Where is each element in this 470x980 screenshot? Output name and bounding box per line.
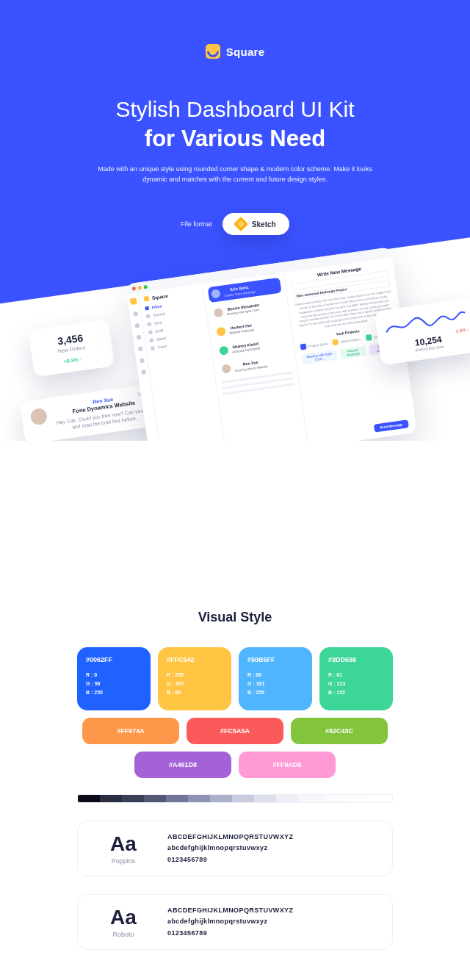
swatch-hex: #0062FF bbox=[86, 656, 142, 663]
swatch-row-small: #A461D8 #FF9AD5 bbox=[66, 752, 404, 778]
hero-subtitle: Made with an unique style using rounded … bbox=[95, 165, 375, 185]
task-chip[interactable]: Project Zeera bbox=[300, 340, 329, 350]
swatch-g: G : 98 bbox=[86, 680, 142, 688]
font-upper: ABCDEFGHIJKLMNOPQRSTUVWXYZ bbox=[167, 832, 293, 843]
task-label: What's Netw... bbox=[340, 336, 361, 343]
send-button[interactable]: Send Message bbox=[373, 419, 408, 432]
color-swatch: #A461D8 bbox=[134, 752, 231, 778]
swatch-hex: #FFC542 bbox=[167, 656, 223, 663]
font-lower: abcdefghijklmnopqrstuvwxyz bbox=[167, 916, 293, 927]
sketch-icon bbox=[234, 217, 248, 231]
tag-chip[interactable]: Meeting with Agile Conf... bbox=[302, 350, 338, 364]
color-swatch: #FF974A bbox=[82, 718, 179, 744]
logo-icon bbox=[130, 298, 137, 305]
swatch-b: B : 255 bbox=[86, 688, 142, 697]
avatar bbox=[219, 345, 229, 356]
dashboard-window: Square Inbox Starred Sent Draft Spam Tra… bbox=[126, 247, 417, 441]
hero-title: Stylish Dashboard UI Kit for Various Nee… bbox=[29, 96, 441, 153]
sketch-pill[interactable]: Sketch bbox=[223, 213, 289, 235]
sketch-label: Sketch bbox=[252, 220, 276, 228]
swatch-b: B : 66 bbox=[167, 688, 223, 697]
logo-icon bbox=[206, 44, 220, 59]
avatar bbox=[211, 289, 221, 299]
color-swatch: #82C43C bbox=[291, 718, 388, 744]
color-swatch: #FF9AD5 bbox=[239, 752, 336, 778]
swatch-r: R : 80 bbox=[247, 671, 303, 680]
font-sample: Aa bbox=[94, 832, 153, 856]
swatch-r: R : 61 bbox=[328, 671, 384, 680]
font-card-roboto: Aa Roboto ABCDEFGHIJKLMNOPQRSTUVWXYZ abc… bbox=[77, 894, 393, 950]
avatar bbox=[222, 364, 232, 375]
swatch-b: B : 255 bbox=[247, 688, 303, 697]
avatar bbox=[214, 308, 224, 318]
avatar bbox=[29, 408, 48, 426]
logo-icon bbox=[143, 296, 149, 302]
color-swatch: #3DD598 R : 61 G : 213 B : 152 bbox=[319, 647, 393, 710]
brand-name: Square bbox=[226, 46, 265, 58]
file-format-row: File format Sketch bbox=[181, 213, 289, 235]
orders-delta: +8.5% ↑ bbox=[43, 353, 104, 367]
avatar bbox=[216, 326, 226, 336]
hero-title-line1: Stylish Dashboard UI Kit bbox=[115, 97, 354, 121]
swatch-hex: #50B5FF bbox=[247, 656, 303, 663]
font-digits: 0123456789 bbox=[167, 854, 293, 865]
font-lower: abcdefghijklmnopqrstuvwxyz bbox=[167, 843, 293, 854]
font-sample: Aa bbox=[94, 906, 153, 929]
swatch-g: G : 197 bbox=[167, 680, 223, 688]
font-card-poppins: Aa Poppins ABCDEFGHIJKLMNOPQRSTUVWXYZ ab… bbox=[77, 821, 393, 876]
app-brand: Square bbox=[151, 293, 168, 300]
visual-style-section: Visual Style #0062FF R : 0 G : 98 B : 25… bbox=[0, 610, 470, 980]
font-name: Roboto bbox=[94, 931, 153, 938]
swatch-row-large: #0062FF R : 0 G : 98 B : 255 #FFC542 R :… bbox=[66, 647, 404, 710]
task-label: Project Zeera bbox=[308, 342, 328, 348]
color-swatch: #50B5FF R : 80 G : 181 B : 255 bbox=[239, 647, 312, 710]
swatch-b: B : 152 bbox=[328, 688, 384, 697]
section-heading: Visual Style bbox=[66, 610, 404, 625]
color-swatch: #FFC542 R : 255 G : 197 B : 66 bbox=[158, 647, 231, 710]
color-swatch: #0062FF R : 0 G : 98 B : 255 bbox=[77, 647, 151, 710]
hero-section: Square Stylish Dashboard UI Kit for Vari… bbox=[0, 0, 470, 441]
greyscale-ramp bbox=[77, 794, 393, 803]
brand-logo: Square bbox=[206, 44, 265, 59]
swatch-g: G : 181 bbox=[247, 680, 303, 688]
hero-title-line2: for Various Need bbox=[29, 125, 441, 154]
task-chip[interactable]: What's Netw... bbox=[332, 336, 361, 345]
swatch-row-mid: #FF974A #FC5A5A #82C43C bbox=[66, 718, 404, 744]
tag-chip[interactable]: Website Redesign bbox=[339, 345, 368, 359]
swatch-r: R : 0 bbox=[86, 671, 142, 680]
font-digits: 0123456789 bbox=[167, 928, 293, 939]
font-name: Poppins bbox=[94, 857, 153, 865]
color-swatch: #FC5A5A bbox=[187, 718, 283, 744]
swatch-r: R : 255 bbox=[167, 671, 223, 680]
file-format-label: File format bbox=[181, 220, 212, 228]
swatch-g: G : 213 bbox=[328, 680, 384, 688]
mail-nav: Inbox Starred Sent Draft Spam Trash bbox=[145, 298, 206, 350]
font-upper: ABCDEFGHIJKLMNOPQRSTUVWXYZ bbox=[167, 905, 293, 916]
swatch-hex: #3DD598 bbox=[328, 656, 384, 663]
